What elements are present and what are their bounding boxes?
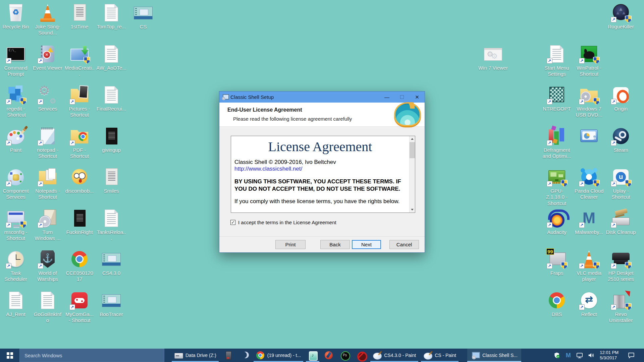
desktop-icon-smiles[interactable]: Smiles: [96, 168, 126, 194]
desktop-icon-regedit-shortcut[interactable]: ↗regedit - Shortcut: [1, 85, 31, 118]
desktop-icon-joke-sting-sound[interactable]: Joke Sting-Sound...: [33, 3, 63, 36]
minimize-button[interactable]: —: [379, 92, 394, 103]
desktop-icon-label: AJ_Rent: [1, 311, 31, 317]
desktop-icon-aw-aodte[interactable]: AW_AoDTe...: [96, 45, 126, 71]
desktop-icon-paint[interactable]: ↗Paint: [1, 127, 31, 153]
desktop-icon-mycomga-shortcut[interactable]: ↗MyComGa... - Shortcut: [64, 291, 95, 324]
desktop-icon-cs4-3-0[interactable]: CS4.3.0: [96, 250, 126, 276]
desktop-icon-steam[interactable]: ↗Steam: [606, 127, 636, 153]
desktop-icon-malwareby[interactable]: ↗Malwareby...: [574, 209, 604, 235]
shortcut-arrow-icon: ↗: [547, 99, 552, 105]
scroll-down-icon[interactable]: [410, 207, 415, 213]
desktop-icon-cs[interactable]: CS: [128, 3, 158, 30]
next-button[interactable]: Next: [352, 240, 381, 249]
print-button[interactable]: Print: [275, 240, 306, 249]
taskbar-button-blocked[interactable]: [353, 349, 369, 362]
desktop-icon-recycle-bin[interactable]: Recycle Bin: [1, 3, 31, 30]
desktop-icon-start-menu-settings[interactable]: ↗Start Menu Settings: [542, 45, 572, 77]
crescent-icon: [240, 351, 249, 360]
start-button[interactable]: [0, 349, 19, 362]
desktop-icon-dbs[interactable]: DBS: [542, 291, 572, 317]
desktop-icon-panda-cloud-cleaner[interactable]: ↗Panda Cloud Cleaner: [574, 168, 604, 200]
desktop-icon-bootracer[interactable]: BooTracer: [96, 291, 126, 317]
desktop-icon-label: MediaCreati...: [64, 65, 95, 77]
desktop-icon-reflect[interactable]: ↗Reflect: [574, 291, 604, 317]
taskbar-button-cs-paint[interactable]: CS - Paint: [420, 349, 460, 362]
desktop-icon-hp-deskjet-2510-series[interactable]: ↗HP Deskjet 2510 series: [606, 250, 636, 283]
desktop-icon-uplay-shortcut[interactable]: ↗Uplay - Shortcut: [606, 168, 636, 200]
desktop-icon-windows-7-usb-dvd[interactable]: ↗Windows 7 USB DVD...: [574, 85, 604, 118]
desktop-icon-turn-windows[interactable]: ↗Turn Windows ...: [33, 209, 63, 242]
desktop-icon-tanksreloa[interactable]: TanksReloa...: [96, 209, 126, 242]
desktop-icon-aj-rent[interactable]: AJ_Rent: [1, 291, 31, 317]
desktop-icon-tomtop-re[interactable]: TomTop_re...: [96, 3, 126, 30]
taskbar-button-crescent[interactable]: [236, 349, 252, 362]
taskbar-button-data-drive-z[interactable]: Data Drive (Z:): [170, 349, 220, 362]
doc-icon: [105, 86, 118, 104]
scrollbar-thumb[interactable]: [410, 142, 415, 158]
desktop-icon-origin[interactable]: ↗Origin: [606, 85, 636, 112]
desktop-icon-services[interactable]: ↗Services: [33, 85, 63, 112]
taskbar-clock[interactable]: 12:01 PM 5/3/2017: [600, 350, 619, 361]
taskbar-button-classic-shell-s[interactable]: Classic Shell S...: [467, 349, 521, 362]
desktop-icon-1sttime[interactable]: 1stTime: [64, 3, 95, 30]
desktop-icon-revo-uninstaller[interactable]: ↗Revo Uninstaller: [606, 291, 636, 324]
defender-shield-icon[interactable]: [553, 351, 561, 359]
accept-terms-checkbox[interactable]: [230, 220, 235, 225]
taskbar-search-input[interactable]: Search Windows: [19, 349, 164, 362]
desktop-icon-cce05012017[interactable]: CCE05012017: [64, 250, 95, 283]
malwarebytes-tray-icon[interactable]: M: [564, 351, 572, 359]
dialog-titlebar[interactable]: Classic Shell Setup — ✕: [219, 92, 425, 103]
desktop-icon-command-prompt[interactable]: ↗Command Prompt: [1, 45, 31, 77]
desktop-icon-fuckinright[interactable]: FuckinRight: [64, 209, 95, 235]
desktop-icon-notepad-shortcut[interactable]: ↗notepad - Shortcut: [33, 127, 63, 160]
shortcut-arrow-icon: ↗: [579, 304, 585, 310]
desktop-icon-gpu-z-1-18-0-shortcut[interactable]: ↗GPU-Z.1.18.0 - Shortcut: [542, 168, 572, 206]
desktop-icon-discombob[interactable]: discombob...: [64, 168, 95, 194]
license-link[interactable]: http://www.classicshell.net/: [234, 166, 406, 172]
close-button[interactable]: ✕: [410, 92, 425, 103]
desktop-icon-mediacreati[interactable]: MediaCreati...: [64, 45, 95, 77]
desktop-icon-roguekiller[interactable]: ↗RogueKiller: [606, 3, 636, 30]
accept-terms-row[interactable]: I accept the terms in the License Agreem…: [230, 220, 336, 225]
desktop-icon-vlc-media-player[interactable]: ↗VLC media player: [574, 250, 604, 283]
taskbar-button-media-player[interactable]: [305, 349, 321, 362]
shortcut-arrow-icon: ↗: [611, 181, 616, 187]
desktop-icon-event-viewer[interactable]: ↗Event Viewer: [33, 45, 63, 71]
desktop-icon-label: Notepads - Shortcut: [33, 188, 63, 200]
desktop-icon-winpatrol-shortcut[interactable]: ↗WinPatrol - Shortcut: [574, 45, 604, 77]
desktop-icon-world-of-warships[interactable]: ↗World of Warships: [33, 250, 63, 283]
taskbar-button-tower-pc[interactable]: [220, 349, 236, 362]
desktop-icon-disk-cleanup[interactable]: ↗Disk Cleanup: [606, 209, 636, 235]
back-button[interactable]: Back: [320, 240, 350, 249]
desktop-icon-finalrecrui[interactable]: FinalRecrui...: [96, 85, 126, 112]
desktop-icon-component-services[interactable]: ↗Component Services: [1, 168, 31, 200]
desktop-icon-pdf-shortcut[interactable]: ↗PDF - Shortcut: [64, 127, 95, 160]
desktop-icon-audacity[interactable]: ↗Audacity: [542, 209, 572, 235]
desktop-icon-pictures-shortcut[interactable]: ↗Pictures - Shortcut: [64, 85, 95, 118]
scroll-up-icon[interactable]: [410, 136, 415, 142]
action-center-icon[interactable]: [627, 351, 635, 359]
desktop-icon-fraps[interactable]: ↗Fraps: [542, 250, 572, 276]
desktop-icon-display-settings[interactable]: [574, 127, 604, 147]
network-icon[interactable]: [576, 351, 584, 359]
desktop-icon-gogobnkinfo[interactable]: GoGoBnkInfo: [33, 291, 63, 324]
classic-shell-logo-icon: [395, 104, 420, 125]
taskbar-button-cs4-3-0-paint[interactable]: CS4.3.0 - Paint: [369, 349, 420, 362]
volume-icon[interactable]: [587, 351, 595, 359]
desktop-icon-ntregopt[interactable]: ↗NTREGOPT: [542, 85, 572, 112]
desktop-icon-givingup[interactable]: givingup: [96, 127, 126, 153]
taskbar-button-ccleaner[interactable]: [321, 349, 337, 362]
taskbar-button-ps-badge[interactable]: [337, 349, 353, 362]
shortcut-arrow-icon: ↗: [38, 222, 43, 228]
cancel-button[interactable]: Cancel: [389, 240, 419, 249]
license-text-box[interactable]: License Agreement Classic Shell © 2009-2…: [231, 136, 415, 213]
desktop-icon-msconfig-shortcut[interactable]: ↗msconfig - Shortcut: [1, 209, 31, 242]
license-scrollbar[interactable]: [409, 136, 415, 213]
shortcut-arrow-icon: ↗: [579, 181, 585, 187]
desktop-icon-notepads-shortcut[interactable]: ↗Notepads - Shortcut: [33, 168, 63, 200]
desktop-icon-task-scheduler[interactable]: ↗Task Scheduler: [1, 250, 31, 283]
desktop-icon-win-7-viewer[interactable]: Win 7 Viewer: [478, 45, 508, 71]
desktop-icon-defragment-and-optimi[interactable]: ↗Defragment and Optimi...: [542, 127, 572, 160]
taskbar-button-19-unread-t[interactable]: (19 unread) - t...: [252, 349, 305, 362]
